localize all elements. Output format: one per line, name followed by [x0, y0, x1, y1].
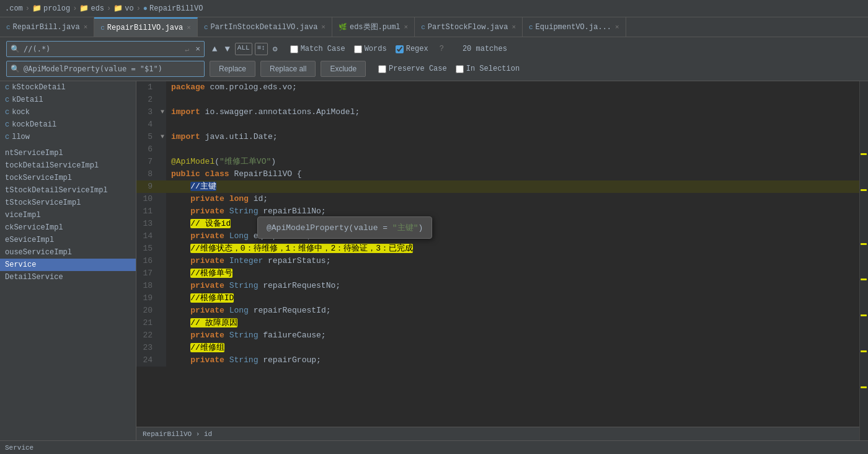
close-tab-icon[interactable]: × [512, 24, 516, 31]
line-gutter [159, 342, 166, 354]
words-option[interactable]: Words [354, 45, 387, 53]
find-input[interactable] [24, 45, 183, 53]
clear-find-button[interactable]: × [192, 45, 204, 54]
line-content: //根修单ID [166, 292, 859, 305]
fold-arrow[interactable]: ▼ [161, 106, 164, 118]
line-number: 1 [136, 81, 159, 94]
close-tab-icon[interactable]: × [404, 24, 409, 31]
find-all-button[interactable]: ALL [235, 43, 252, 55]
sidebar-item[interactable]: tStockServiceImpl [0, 197, 136, 209]
replace-input-box[interactable]: 🔍 [6, 61, 205, 77]
sidebar-item[interactable]: tockDetailServiceImpl [0, 159, 136, 172]
replace-options: Preserve Case In Selection [378, 65, 520, 73]
exclude-button[interactable]: Exclude [321, 61, 366, 77]
match-case-option[interactable]: Match Case [290, 45, 345, 53]
close-tab-icon[interactable]: × [615, 24, 619, 31]
regex-checkbox[interactable] [396, 45, 404, 53]
preserve-case-option[interactable]: Preserve Case [378, 65, 447, 73]
line-number: 7 [136, 156, 159, 168]
app-container: .com › 📁 prolog › 📁 eds › 📁 vo › ● Repai… [0, 0, 868, 454]
line-gutter [159, 329, 166, 342]
prev-match-button[interactable]: ▲ [210, 43, 219, 55]
sidebar-item[interactable]: ckock [0, 106, 136, 118]
code-line: 16 private Integer repairStatus; [136, 255, 859, 267]
line-gutter [159, 205, 166, 218]
sidebar-item[interactable]: ckServiceImpl [0, 221, 136, 234]
code-line: 24 private String repairGroup; [136, 354, 859, 367]
code-line: 5 ▼ import java.util.Date; [136, 131, 859, 143]
breadcrumb-item: vo [125, 4, 133, 13]
line-content: private long id; [166, 193, 859, 205]
close-tab-icon[interactable]: × [187, 24, 191, 32]
match-case-checkbox[interactable] [290, 45, 298, 53]
java-icon: c [6, 24, 11, 31]
replace-all-button[interactable]: Replace all [260, 61, 316, 77]
in-selection-checkbox[interactable] [456, 65, 464, 73]
navigation-arrows: ▲ ▼ ALL ≡↕ ⚙ [210, 43, 280, 55]
code-editor[interactable]: 1 package com.prolog.eds.vo; 2 3 ▼ imp [136, 81, 859, 427]
line-gutter [159, 118, 166, 131]
toggle-options-button[interactable]: ≡↕ [255, 43, 268, 55]
line-number: 6 [136, 143, 159, 156]
breadcrumb-item: .com [5, 4, 23, 13]
tab-repair-bill-vo-java[interactable]: c RepairBillVO.java × [94, 17, 198, 37]
next-match-button[interactable]: ▼ [222, 43, 232, 55]
sidebar-item[interactable]: DetailService [0, 271, 136, 283]
in-selection-option[interactable]: In Selection [456, 65, 520, 73]
java-icon: c [421, 24, 425, 31]
fold-arrow[interactable]: ▼ [161, 131, 164, 143]
replace-icon: 🔍 [7, 65, 24, 74]
help-icon[interactable]: ? [440, 45, 444, 53]
sidebar-item[interactable]: ckDetail [0, 94, 136, 106]
sidebar-item-service[interactable]: Service [0, 259, 136, 271]
tab-equipment-vo[interactable]: c EquipmentVO.ja... × [523, 17, 626, 37]
tab-part-in-stock-detail[interactable]: c PartInStockDetailVO.java × [198, 17, 332, 37]
line-gutter [159, 168, 166, 180]
sidebar-item[interactable]: eSeviceImpl [0, 234, 136, 246]
find-row: 🔍 ↵ × ▲ ▼ ALL ≡↕ ⚙ Match Case Words [6, 41, 862, 57]
line-number: 2 [136, 94, 159, 106]
close-tab-icon[interactable]: × [84, 24, 88, 31]
tab-eds-puml[interactable]: 🌿 eds类图.puml × [332, 17, 415, 37]
preserve-case-checkbox[interactable] [378, 65, 386, 73]
tab-repair-bill-java[interactable]: c RepairBill.java × [0, 17, 94, 37]
sidebar-item[interactable]: cllow [0, 131, 136, 143]
line-content: package com.prolog.eds.vo; [166, 81, 859, 94]
line-gutter [159, 94, 166, 106]
words-checkbox[interactable] [354, 45, 362, 53]
sidebar-item[interactable]: ckStockDetail [0, 81, 136, 94]
line-content: // 故障原因 [166, 317, 859, 329]
code-line: 3 ▼ import io.swagger.annotations.ApiMod… [136, 106, 859, 118]
status-bar: Service [0, 440, 868, 454]
filter-button[interactable]: ⚙ [270, 43, 280, 55]
find-input-box[interactable]: 🔍 ↵ × [6, 41, 205, 57]
line-content: public class RepairBillVO { [166, 168, 859, 180]
sidebar: ckStockDetail ckDetail ckock ckockDetail… [0, 81, 136, 440]
line-number: 3 [136, 106, 159, 118]
code-line: 23 //维修组 [136, 342, 859, 354]
line-content: //维修组 [166, 342, 859, 354]
tab-part-stock-flow[interactable]: c PartStockFlow.java × [415, 17, 523, 37]
search-replace-panel: 🔍 ↵ × ▲ ▼ ALL ≡↕ ⚙ Match Case Words [0, 37, 868, 81]
sidebar-item[interactable]: viceImpl [0, 209, 136, 221]
editor-footer: RepairBillVO › id [136, 427, 859, 440]
words-label: Words [365, 45, 387, 53]
line-content: @ApiModel("维修工单VO") [166, 156, 859, 168]
sidebar-item[interactable]: tStockDetailServiceImpl [0, 184, 136, 197]
line-content: //根修单号 [166, 267, 859, 280]
close-tab-icon[interactable]: × [321, 24, 326, 31]
sidebar-item[interactable]: ouseServiceImpl [0, 246, 136, 259]
sidebar-item[interactable]: ntServiceImpl [0, 147, 136, 159]
replace-button[interactable]: Replace [210, 61, 255, 77]
sidebar-item[interactable]: ckockDetail [0, 118, 136, 131]
code-line: 20 private Long repairRequestId; [136, 305, 859, 317]
match-case-label: Match Case [301, 45, 345, 53]
regex-option[interactable]: Regex [396, 45, 428, 53]
file-icon: c [5, 96, 9, 104]
code-line: 19 //根修单ID [136, 292, 859, 305]
breadcrumb-sep: › [25, 4, 30, 13]
replace-input[interactable] [24, 65, 204, 73]
sidebar-item[interactable]: tockServiceImpl [0, 172, 136, 184]
folder-icon: 📁 [113, 4, 123, 13]
line-number: 8 [136, 168, 159, 180]
